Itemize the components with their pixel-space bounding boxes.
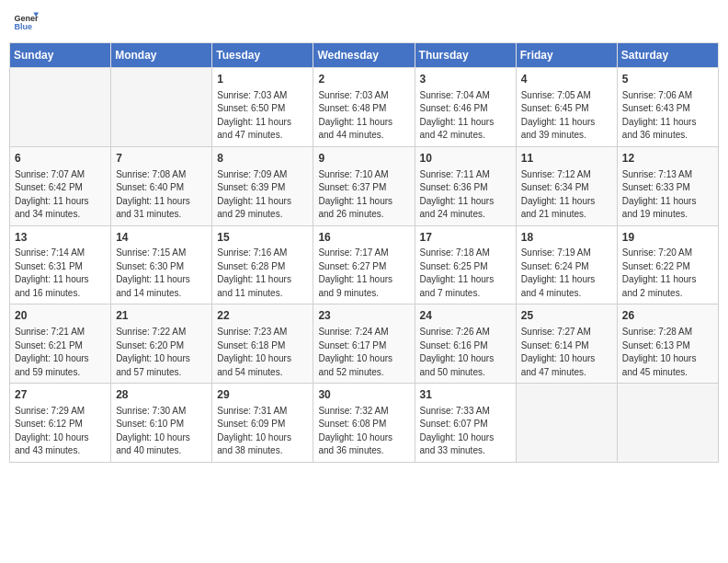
day-number: 1 — [217, 72, 308, 87]
day-header-thursday: Thursday — [415, 43, 516, 68]
calendar-cell: 5Sunrise: 7:06 AM Sunset: 6:43 PM Daylig… — [617, 68, 718, 147]
day-info: Sunrise: 7:26 AM Sunset: 6:16 PM Dayligh… — [420, 326, 511, 379]
calendar-cell: 16Sunrise: 7:17 AM Sunset: 6:27 PM Dayli… — [313, 225, 415, 304]
day-number: 4 — [521, 72, 612, 87]
calendar-cell — [10, 68, 111, 147]
calendar-cell: 2Sunrise: 7:03 AM Sunset: 6:48 PM Daylig… — [313, 68, 415, 147]
calendar-cell: 7Sunrise: 7:08 AM Sunset: 6:40 PM Daylig… — [111, 146, 212, 225]
day-info: Sunrise: 7:03 AM Sunset: 6:48 PM Dayligh… — [318, 89, 409, 143]
day-number: 26 — [622, 308, 713, 324]
day-number: 14 — [116, 230, 207, 246]
svg-text:Blue: Blue — [14, 22, 32, 31]
day-info: Sunrise: 7:27 AM Sunset: 6:14 PM Dayligh… — [521, 326, 612, 379]
calendar-cell: 8Sunrise: 7:09 AM Sunset: 6:39 PM Daylig… — [212, 146, 313, 225]
day-info: Sunrise: 7:12 AM Sunset: 6:34 PM Dayligh… — [521, 168, 612, 222]
calendar-week-row: 20Sunrise: 7:21 AM Sunset: 6:21 PM Dayli… — [10, 304, 719, 384]
day-number: 16 — [318, 230, 409, 246]
day-info: Sunrise: 7:13 AM Sunset: 6:33 PM Dayligh… — [622, 168, 713, 222]
calendar-header-row: SundayMondayTuesdayWednesdayThursdayFrid… — [10, 43, 719, 68]
calendar-cell — [111, 68, 212, 147]
calendar-cell: 29Sunrise: 7:31 AM Sunset: 6:09 PM Dayli… — [212, 384, 313, 463]
day-info: Sunrise: 7:06 AM Sunset: 6:43 PM Dayligh… — [622, 89, 713, 143]
day-number: 22 — [217, 308, 308, 324]
day-info: Sunrise: 7:11 AM Sunset: 6:36 PM Dayligh… — [420, 168, 511, 222]
day-info: Sunrise: 7:31 AM Sunset: 6:09 PM Dayligh… — [217, 405, 308, 458]
day-number: 11 — [521, 151, 612, 167]
day-header-tuesday: Tuesday — [212, 43, 313, 68]
calendar-cell: 9Sunrise: 7:10 AM Sunset: 6:37 PM Daylig… — [313, 146, 415, 225]
day-number: 3 — [420, 72, 511, 87]
calendar-week-row: 13Sunrise: 7:14 AM Sunset: 6:31 PM Dayli… — [10, 225, 719, 304]
calendar-cell — [617, 384, 718, 463]
day-header-friday: Friday — [516, 43, 617, 68]
day-number: 13 — [15, 230, 106, 246]
day-header-saturday: Saturday — [617, 43, 718, 68]
day-number: 9 — [318, 151, 409, 167]
calendar-cell: 1Sunrise: 7:03 AM Sunset: 6:50 PM Daylig… — [212, 68, 313, 147]
day-number: 30 — [318, 387, 409, 403]
calendar-cell: 19Sunrise: 7:20 AM Sunset: 6:22 PM Dayli… — [617, 225, 718, 304]
day-number: 5 — [622, 72, 713, 87]
day-header-monday: Monday — [111, 43, 212, 68]
day-number: 24 — [420, 308, 511, 324]
calendar-cell — [516, 384, 617, 463]
calendar-cell: 18Sunrise: 7:19 AM Sunset: 6:24 PM Dayli… — [516, 225, 617, 304]
calendar-cell: 22Sunrise: 7:23 AM Sunset: 6:18 PM Dayli… — [212, 304, 313, 384]
page-header: General Blue — [9, 9, 719, 35]
day-info: Sunrise: 7:09 AM Sunset: 6:39 PM Dayligh… — [217, 168, 308, 222]
day-info: Sunrise: 7:14 AM Sunset: 6:31 PM Dayligh… — [15, 247, 106, 300]
day-info: Sunrise: 7:20 AM Sunset: 6:22 PM Dayligh… — [622, 247, 713, 300]
day-number: 29 — [217, 387, 308, 403]
day-number: 8 — [217, 151, 308, 167]
calendar-cell: 28Sunrise: 7:30 AM Sunset: 6:10 PM Dayli… — [111, 384, 212, 463]
calendar-table: SundayMondayTuesdayWednesdayThursdayFrid… — [9, 42, 719, 463]
calendar-cell: 3Sunrise: 7:04 AM Sunset: 6:46 PM Daylig… — [415, 68, 516, 147]
day-number: 15 — [217, 230, 308, 246]
calendar-cell: 20Sunrise: 7:21 AM Sunset: 6:21 PM Dayli… — [10, 304, 111, 384]
day-info: Sunrise: 7:03 AM Sunset: 6:50 PM Dayligh… — [217, 89, 308, 143]
day-info: Sunrise: 7:07 AM Sunset: 6:42 PM Dayligh… — [15, 168, 106, 222]
day-info: Sunrise: 7:30 AM Sunset: 6:10 PM Dayligh… — [116, 405, 207, 458]
calendar-cell: 4Sunrise: 7:05 AM Sunset: 6:45 PM Daylig… — [516, 68, 617, 147]
day-number: 23 — [318, 308, 409, 324]
day-info: Sunrise: 7:10 AM Sunset: 6:37 PM Dayligh… — [318, 168, 409, 222]
day-number: 31 — [420, 387, 511, 403]
day-number: 18 — [521, 230, 612, 246]
logo-icon: General Blue — [13, 9, 39, 35]
day-number: 20 — [15, 308, 106, 324]
day-number: 19 — [622, 230, 713, 246]
day-number: 21 — [116, 308, 207, 324]
day-info: Sunrise: 7:22 AM Sunset: 6:20 PM Dayligh… — [116, 326, 207, 379]
calendar-cell: 11Sunrise: 7:12 AM Sunset: 6:34 PM Dayli… — [516, 146, 617, 225]
calendar-week-row: 27Sunrise: 7:29 AM Sunset: 6:12 PM Dayli… — [10, 384, 719, 463]
calendar-cell: 12Sunrise: 7:13 AM Sunset: 6:33 PM Dayli… — [617, 146, 718, 225]
calendar-cell: 25Sunrise: 7:27 AM Sunset: 6:14 PM Dayli… — [516, 304, 617, 384]
day-header-sunday: Sunday — [10, 43, 111, 68]
calendar-cell: 30Sunrise: 7:32 AM Sunset: 6:08 PM Dayli… — [313, 384, 415, 463]
day-number: 10 — [420, 151, 511, 167]
calendar-cell: 17Sunrise: 7:18 AM Sunset: 6:25 PM Dayli… — [415, 225, 516, 304]
calendar-cell: 15Sunrise: 7:16 AM Sunset: 6:28 PM Dayli… — [212, 225, 313, 304]
day-info: Sunrise: 7:33 AM Sunset: 6:07 PM Dayligh… — [420, 405, 511, 458]
day-info: Sunrise: 7:08 AM Sunset: 6:40 PM Dayligh… — [116, 168, 207, 222]
day-number: 27 — [15, 387, 106, 403]
logo: General Blue — [13, 9, 40, 35]
day-number: 17 — [420, 230, 511, 246]
day-info: Sunrise: 7:19 AM Sunset: 6:24 PM Dayligh… — [521, 247, 612, 300]
day-number: 6 — [15, 151, 106, 167]
calendar-cell: 13Sunrise: 7:14 AM Sunset: 6:31 PM Dayli… — [10, 225, 111, 304]
day-info: Sunrise: 7:29 AM Sunset: 6:12 PM Dayligh… — [15, 405, 106, 458]
day-info: Sunrise: 7:04 AM Sunset: 6:46 PM Dayligh… — [420, 89, 511, 143]
day-info: Sunrise: 7:24 AM Sunset: 6:17 PM Dayligh… — [318, 326, 409, 379]
day-info: Sunrise: 7:05 AM Sunset: 6:45 PM Dayligh… — [521, 89, 612, 143]
day-header-wednesday: Wednesday — [313, 43, 415, 68]
calendar-cell: 31Sunrise: 7:33 AM Sunset: 6:07 PM Dayli… — [415, 384, 516, 463]
calendar-cell: 27Sunrise: 7:29 AM Sunset: 6:12 PM Dayli… — [10, 384, 111, 463]
day-number: 28 — [116, 387, 207, 403]
calendar-cell: 26Sunrise: 7:28 AM Sunset: 6:13 PM Dayli… — [617, 304, 718, 384]
day-info: Sunrise: 7:23 AM Sunset: 6:18 PM Dayligh… — [217, 326, 308, 379]
day-info: Sunrise: 7:15 AM Sunset: 6:30 PM Dayligh… — [116, 247, 207, 300]
day-info: Sunrise: 7:18 AM Sunset: 6:25 PM Dayligh… — [420, 247, 511, 300]
calendar-cell: 23Sunrise: 7:24 AM Sunset: 6:17 PM Dayli… — [313, 304, 415, 384]
day-info: Sunrise: 7:17 AM Sunset: 6:27 PM Dayligh… — [318, 247, 409, 300]
